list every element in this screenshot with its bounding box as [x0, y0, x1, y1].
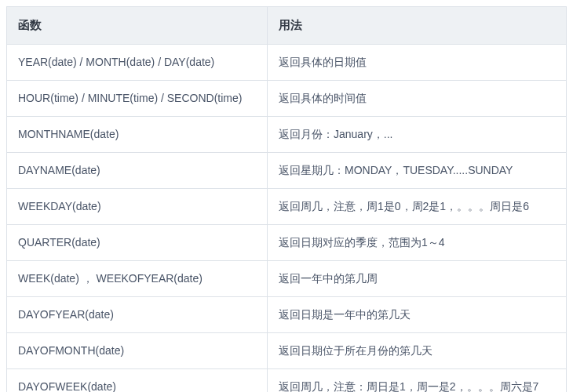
cell-function: DAYOFWEEK(date)	[7, 368, 268, 392]
cell-function: HOUR(time) / MINUTE(time) / SECOND(time)	[7, 80, 268, 116]
cell-usage: 返回日期对应的季度，范围为1～4	[268, 224, 567, 260]
table-row: DAYOFWEEK(date) 返回周几，注意：周日是1，周一是2，。。。周六是…	[7, 368, 567, 392]
functions-table: 函数 用法 YEAR(date) / MONTH(date) / DAY(dat…	[6, 6, 567, 392]
table-row: MONTHNAME(date) 返回月份：January，...	[7, 116, 567, 152]
cell-usage: 返回星期几：MONDAY，TUESDAY.....SUNDAY	[268, 152, 567, 188]
header-function: 函数	[7, 7, 268, 45]
table-row: DAYOFMONTH(date) 返回日期位于所在月份的第几天	[7, 332, 567, 368]
cell-function: MONTHNAME(date)	[7, 116, 268, 152]
table-header-row: 函数 用法	[7, 7, 567, 45]
cell-function: WEEKDAY(date)	[7, 188, 268, 224]
cell-usage: 返回日期位于所在月份的第几天	[268, 332, 567, 368]
table-row: DAYNAME(date) 返回星期几：MONDAY，TUESDAY.....S…	[7, 152, 567, 188]
table-row: WEEK(date) ， WEEKOFYEAR(date) 返回一年中的第几周	[7, 260, 567, 296]
table-row: YEAR(date) / MONTH(date) / DAY(date) 返回具…	[7, 44, 567, 80]
table-row: QUARTER(date) 返回日期对应的季度，范围为1～4	[7, 224, 567, 260]
cell-function: DAYNAME(date)	[7, 152, 268, 188]
cell-function: YEAR(date) / MONTH(date) / DAY(date)	[7, 44, 268, 80]
cell-usage: 返回具体的时间值	[268, 80, 567, 116]
table-row: WEEKDAY(date) 返回周几，注意，周1是0，周2是1，。。。周日是6	[7, 188, 567, 224]
cell-usage: 返回具体的日期值	[268, 44, 567, 80]
cell-function: QUARTER(date)	[7, 224, 268, 260]
header-usage: 用法	[268, 7, 567, 45]
cell-usage: 返回一年中的第几周	[268, 260, 567, 296]
cell-usage: 返回日期是一年中的第几天	[268, 296, 567, 332]
cell-function: DAYOFYEAR(date)	[7, 296, 268, 332]
cell-function: DAYOFMONTH(date)	[7, 332, 268, 368]
cell-usage: 返回周几，注意：周日是1，周一是2，。。。周六是7	[268, 368, 567, 392]
table-row: HOUR(time) / MINUTE(time) / SECOND(time)…	[7, 80, 567, 116]
cell-usage: 返回月份：January，...	[268, 116, 567, 152]
table-row: DAYOFYEAR(date) 返回日期是一年中的第几天	[7, 296, 567, 332]
cell-usage: 返回周几，注意，周1是0，周2是1，。。。周日是6	[268, 188, 567, 224]
cell-function: WEEK(date) ， WEEKOFYEAR(date)	[7, 260, 268, 296]
